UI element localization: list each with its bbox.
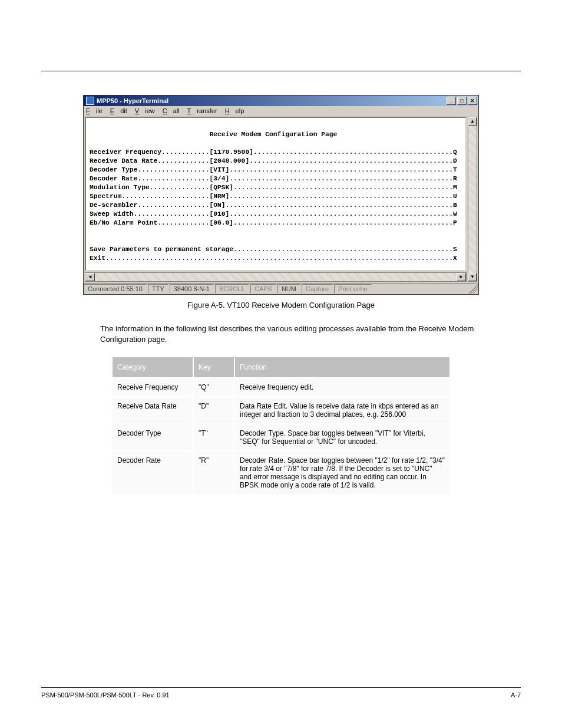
menu-bar[interactable]: File Edit View Call Transfer Help — [84, 106, 478, 116]
status-num: NUM — [277, 284, 300, 294]
status-bar: Connected 0:55:10 TTY 38400 8-N-1 SCROLL… — [84, 283, 478, 294]
table-cell-function: Receive frequency edit. — [234, 378, 450, 397]
menu-edit[interactable]: Edit — [110, 107, 127, 114]
table-row: Receive Frequency"Q"Receive frequency ed… — [112, 378, 450, 397]
scroll-right-icon[interactable]: ► — [457, 273, 466, 281]
table-header-category: Category — [112, 357, 193, 378]
table-cell-key: "R" — [193, 451, 234, 495]
menu-transfer[interactable]: Transfer — [187, 107, 217, 114]
scrollbar-track[interactable] — [95, 273, 457, 281]
page-footer: PSM-500/PSM-500L/PSM-500LT - Rev. 0.91 A… — [41, 687, 521, 699]
scroll-down-icon[interactable]: ▼ — [468, 273, 477, 281]
window-title: MPP50 - HyperTerminal — [97, 97, 168, 104]
table-row: Receive Data Rate"D"Data Rate Edit. Valu… — [112, 397, 450, 424]
table-header-key: Key — [193, 357, 234, 378]
table-cell-category: Receive Frequency — [112, 378, 193, 397]
vertical-scrollbar[interactable]: ▲ ▼ — [468, 117, 477, 282]
table-cell-function: Data Rate Edit. Value is receive data ra… — [234, 397, 450, 424]
scroll-left-icon[interactable]: ◄ — [85, 273, 95, 281]
close-button[interactable]: ✕ — [468, 97, 477, 105]
status-settings: 38400 8-N-1 — [170, 284, 214, 294]
table-cell-function: Decoder Rate. Space bar toggles between … — [234, 451, 450, 495]
window-titlebar[interactable]: MPP50 - HyperTerminal _ □ ✕ — [84, 95, 478, 106]
footer-left: PSM-500/PSM-500L/PSM-500LT - Rev. 0.91 — [41, 691, 170, 699]
horizontal-scrollbar[interactable]: ◄ ► — [85, 272, 467, 282]
menu-call[interactable]: Call — [163, 107, 180, 114]
table-row: Decoder Type"T"Decoder Type. Space bar t… — [112, 424, 450, 451]
table-cell-key: "T" — [193, 424, 234, 451]
status-mode: TTY — [148, 284, 168, 294]
table-row: Decoder Rate"R"Decoder Rate. Space bar t… — [112, 451, 450, 495]
menu-view[interactable]: View — [135, 107, 155, 114]
parameters-table: Category Key Function Receive Frequency"… — [111, 356, 451, 495]
menu-file[interactable]: File — [86, 107, 103, 114]
table-cell-category: Decoder Type — [112, 424, 193, 451]
app-icon — [86, 97, 94, 105]
table-cell-category: Decoder Rate — [112, 451, 193, 495]
status-scroll: SCROLL — [215, 284, 249, 294]
table-header-function: Function — [234, 357, 450, 378]
table-cell-key: "Q" — [193, 378, 234, 397]
maximize-button[interactable]: □ — [457, 97, 467, 105]
terminal-content[interactable]: Receive Modem Configuration Page Receive… — [85, 117, 467, 271]
scroll-up-icon[interactable]: ▲ — [468, 117, 477, 126]
description-text: The information in the following list de… — [100, 324, 480, 344]
status-capture: Capture — [302, 284, 333, 294]
minimize-button[interactable]: _ — [447, 97, 456, 105]
footer-right: A-7 — [511, 691, 521, 699]
table-cell-category: Receive Data Rate — [112, 397, 193, 424]
hyperterminal-window: MPP50 - HyperTerminal _ □ ✕ File Edit Vi… — [83, 95, 479, 295]
status-printecho: Print echo — [334, 284, 372, 294]
status-connected: Connected 0:55:10 — [84, 284, 147, 294]
figure-caption: Figure A-5. VT100 Receive Modem Configur… — [41, 301, 521, 309]
status-caps: CAPS — [250, 284, 276, 294]
table-cell-function: Decoder Type. Space bar toggles between … — [234, 424, 450, 451]
table-cell-key: "D" — [193, 397, 234, 424]
resize-grip-icon[interactable] — [469, 284, 478, 294]
menu-help[interactable]: Help — [225, 107, 244, 114]
scrollbar-track[interactable] — [468, 126, 477, 273]
